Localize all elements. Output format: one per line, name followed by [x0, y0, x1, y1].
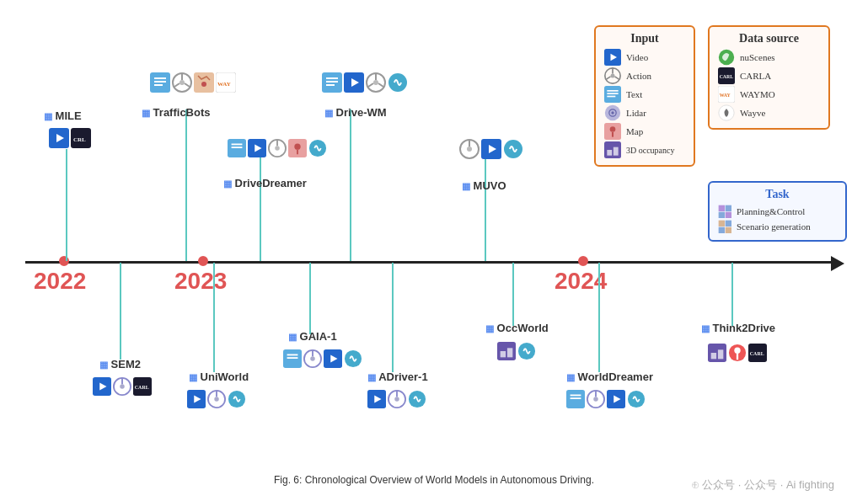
scenario-legend-icon [718, 220, 731, 233]
datasource-legend-title: Data source [718, 32, 820, 45]
wayve-legend-icon [718, 104, 735, 121]
connector-worlddreamer [598, 263, 600, 372]
svg-text:CARL: CARL [750, 351, 764, 356]
year-dot-2023 [198, 256, 208, 266]
svg-rect-30 [232, 144, 243, 146]
connector-drivedreamer [260, 147, 261, 261]
year-2023: 2023 [174, 268, 227, 295]
video-legend-icon [604, 49, 621, 66]
svg-rect-76 [507, 348, 512, 357]
steer-icon-dd [268, 139, 287, 157]
svg-line-27 [378, 83, 383, 87]
connector-adriver [392, 263, 394, 372]
svg-line-100 [615, 77, 619, 79]
svg-text:WAY: WAY [217, 81, 231, 88]
connector-think2drive [731, 263, 733, 326]
input-legend: Input Video Action [594, 25, 695, 167]
legend-item-video: Video [604, 49, 685, 66]
figure-caption: Fig. 6: Chronological Overview of World … [274, 474, 594, 486]
svg-rect-124 [726, 221, 731, 227]
svg-point-41 [467, 147, 472, 152]
legend-item-occ: 3D occupancy [604, 141, 685, 158]
swirl-icon-ad [408, 390, 426, 408]
doc-icon-tb [150, 72, 170, 93]
year-dot-2024 [578, 256, 588, 266]
svg-point-9 [179, 80, 185, 85]
svg-rect-88 [711, 353, 716, 359]
video-icon-wd [607, 390, 625, 408]
label-uniworld: ▦ UniWorld [189, 370, 249, 383]
svg-line-99 [607, 77, 611, 79]
svg-rect-60 [287, 354, 298, 356]
svg-rect-126 [726, 227, 731, 233]
steer-icon-dwm [366, 72, 386, 93]
label-sem2: ▦ SEM2 [99, 358, 141, 370]
occ-legend-icon [604, 141, 621, 158]
swirl-icon-uw [228, 390, 246, 408]
svg-rect-7 [154, 84, 163, 86]
video-icon-mile [49, 128, 69, 148]
svg-rect-61 [287, 357, 298, 359]
svg-rect-20 [326, 84, 335, 86]
occ-icon-ow [497, 342, 516, 360]
svg-point-38 [294, 144, 300, 150]
video-icon-dwm [344, 72, 364, 93]
svg-point-82 [593, 397, 598, 402]
steer-icon-muvo [459, 139, 480, 159]
svg-point-91 [734, 348, 740, 354]
legend-item-carla: CARL CARLA [718, 67, 820, 84]
waymo-legend-icon: WAY [718, 86, 735, 103]
swirl-icon-dd [308, 139, 327, 157]
label-muvo: ▦ MUVO [462, 179, 506, 192]
carla-icon-t2d: CARL [748, 344, 767, 362]
svg-point-109 [610, 126, 616, 132]
label-worlddreamer: ▦ WorldDreamer [566, 370, 653, 383]
swirl-icon-wd [627, 390, 646, 408]
svg-rect-87 [708, 344, 726, 362]
swirl-icon-muvo [503, 139, 523, 159]
svg-rect-103 [607, 93, 618, 94]
svg-rect-102 [607, 90, 618, 92]
icons-drivedreamer [228, 139, 327, 157]
main-container: 2022 2023 2024 CRL ▦ MILE [0, 0, 868, 501]
label-adriver: ▦ ADriver-1 [367, 370, 428, 383]
carla-icon-sem2: CARL [133, 377, 152, 396]
planning-legend-icon [718, 205, 731, 218]
task-legend-title: Task [718, 188, 837, 201]
connector-muvo [485, 147, 486, 261]
occ-icon-t2d [708, 344, 726, 362]
connector-trafficbots [185, 109, 187, 261]
svg-point-49 [120, 384, 125, 389]
legend-item-map: Map [604, 123, 685, 140]
video-icon-ad [367, 390, 386, 408]
video-icon-gaia [324, 349, 342, 368]
doc-icon-dd [228, 139, 246, 157]
video-icon-muvo [481, 139, 501, 159]
label-drivewm: ▦ Drive-WM [324, 106, 387, 119]
label-mile: ▦ MILE [44, 109, 82, 122]
timeline-arrow [831, 256, 844, 271]
text-legend-icon [604, 86, 621, 103]
icons-sem2: CARL [93, 377, 152, 396]
svg-rect-74 [497, 342, 516, 360]
svg-rect-31 [232, 147, 243, 148]
connector-mile [66, 149, 67, 261]
steer-icon-wd [587, 390, 605, 408]
pin-icon-t2d [728, 344, 747, 362]
map-icon-dd [288, 139, 307, 157]
timeline-line [25, 261, 834, 264]
svg-rect-125 [719, 227, 725, 233]
svg-text:CRL: CRL [73, 136, 86, 143]
svg-rect-80 [571, 397, 581, 399]
svg-rect-119 [719, 205, 725, 211]
svg-rect-112 [613, 147, 619, 156]
svg-text:CARL: CARL [135, 385, 149, 390]
label-drivedreamer: ▦ DriveDreamer [223, 177, 307, 189]
svg-point-14 [201, 82, 206, 87]
svg-rect-19 [326, 81, 338, 83]
year-dot-2022 [59, 256, 69, 266]
svg-point-63 [310, 356, 315, 361]
doc-icon-gaia [283, 349, 302, 368]
svg-rect-120 [726, 205, 731, 211]
legend-item-scenario: Scenario generation [718, 220, 837, 233]
